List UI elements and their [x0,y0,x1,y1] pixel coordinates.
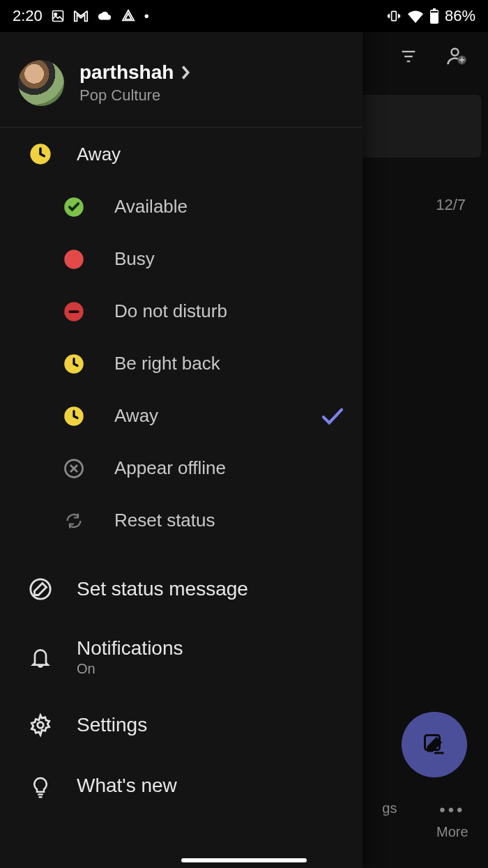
tab-more-label: More [436,824,468,840]
avatar [18,60,64,106]
profile-subtitle: Pop Culture [79,86,190,105]
menu-label: What's new [77,775,177,797]
svg-point-14 [64,250,84,269]
android-status-bar: 2:20 • 86% [0,0,488,32]
menu-whats-new[interactable]: What's new [0,755,363,816]
reset-icon [61,511,86,531]
status-option-offline[interactable]: Appear offline [0,442,363,494]
dnd-icon [61,301,86,322]
menu-set-status-message[interactable]: Set status message [0,559,363,619]
status-option-label: Reset status [114,510,215,531]
bottom-tabbar: gs ••• More [363,800,488,840]
menu-notifications[interactable]: Notifications On [0,619,363,695]
svg-rect-4 [433,8,436,10]
svg-rect-5 [431,11,438,13]
profile-header[interactable]: parthshah Pop Culture [0,32,363,128]
chevron-right-icon [181,65,190,80]
status-option-label: Be right back [114,353,220,374]
svg-point-9 [452,49,459,56]
status-option-brb[interactable]: Be right back [0,337,363,390]
gmail-icon [73,9,89,23]
menu-label: Settings [77,714,147,736]
menu-label: Notifications [77,637,183,660]
more-dots-icon: ••• [439,800,465,820]
status-option-label: Busy [114,248,155,270]
svg-rect-16 [69,310,79,313]
svg-rect-0 [52,11,63,22]
status-option-label: Do not disturb [114,300,227,322]
vibrate-icon [386,9,402,23]
svg-point-20 [31,579,50,599]
filter-icon[interactable] [399,47,418,66]
away-option-icon [61,406,86,427]
menu-settings[interactable]: Settings [0,695,363,755]
status-option-label: Available [114,196,188,218]
wifi-icon [407,9,424,23]
more-dot-icon: • [144,9,149,23]
bell-icon [28,646,53,669]
status-option-label: Away [114,405,158,427]
svg-point-1 [54,13,56,15]
available-icon [61,197,86,218]
image-notification-icon [51,9,65,23]
current-status-label: Away [77,144,121,165]
tab-partial-label[interactable]: gs [382,800,397,840]
status-time: 2:20 [13,7,43,25]
add-contact-icon[interactable] [446,46,467,67]
status-option-busy[interactable]: Busy [0,233,363,285]
status-notification-icons: • [51,9,149,23]
offline-icon [61,458,86,479]
battery-icon [429,8,439,24]
menu-sublabel: On [77,661,183,677]
edit-status-icon [28,577,53,601]
status-option-label: Appear offline [114,457,226,479]
check-icon [321,407,344,425]
navigation-drawer: parthshah Pop Culture Away Available Bus… [0,32,363,868]
cloud-icon [97,10,112,22]
drive-icon [121,9,136,23]
away-icon [28,143,53,165]
svg-point-21 [38,722,44,729]
compose-fab[interactable] [402,712,467,777]
svg-rect-2 [392,11,397,20]
current-status-row[interactable]: Away [0,128,363,181]
menu-label: Set status message [77,578,248,600]
brb-icon [61,353,86,374]
username: parthshah [79,61,174,84]
home-indicator[interactable] [181,858,307,862]
busy-icon [61,249,86,270]
bulb-icon [28,773,53,798]
status-option-dnd[interactable]: Do not disturb [0,285,363,337]
tab-more[interactable]: ••• More [436,800,468,840]
status-option-available[interactable]: Available [0,181,363,233]
gear-icon [28,713,53,737]
status-option-away[interactable]: Away [0,390,363,442]
battery-percent: 86% [445,7,475,25]
status-option-reset[interactable]: Reset status [0,494,363,547]
